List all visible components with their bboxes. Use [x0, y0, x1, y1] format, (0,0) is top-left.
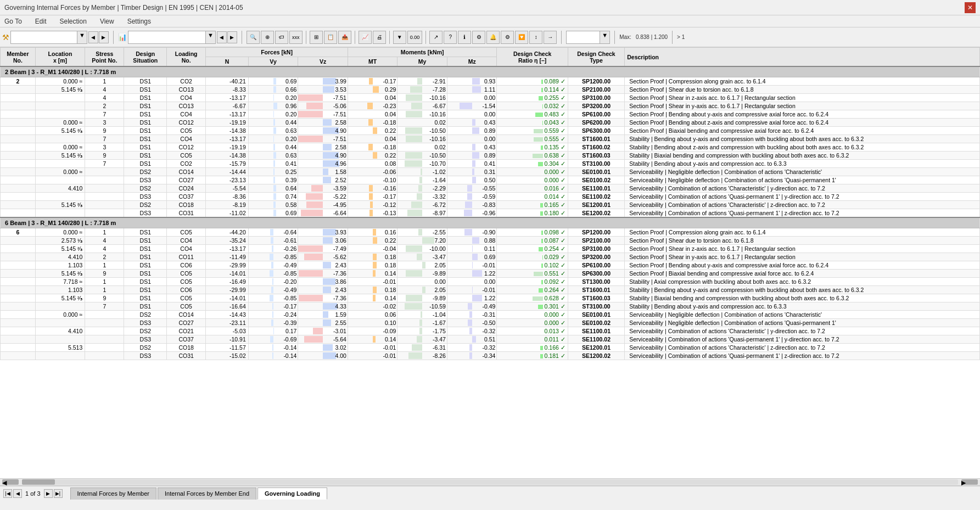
cell-Vy: -0.20 — [248, 278, 298, 286]
cell-Vz: 4.90 — [298, 127, 348, 135]
menu-edit[interactable]: Edit — [33, 17, 49, 26]
filter-btn[interactable]: 🔽 — [515, 31, 528, 44]
module-arrow[interactable]: ▼ — [77, 31, 87, 43]
cell-Mz: 0.43 — [447, 143, 497, 152]
module-prev[interactable]: ◀ — [88, 31, 98, 43]
results-input[interactable]: Governing Results — [128, 31, 205, 43]
cell-type: SP2100.00 — [568, 237, 624, 245]
alert-btn[interactable]: 🔔 — [486, 31, 500, 44]
module-dropdown[interactable]: Timber Design ▼ — [10, 31, 87, 44]
results-dropdown[interactable]: Governing Results ▼ — [128, 31, 216, 44]
help-btn[interactable]: ? — [444, 31, 457, 44]
cell-My: -8.97 — [397, 209, 447, 218]
print-btn[interactable]: 🖨 — [373, 31, 386, 44]
table-row: 7DS1CO2-15.790.414.960.08-10.700.410.304… — [1, 160, 980, 168]
cell-location — [35, 176, 85, 184]
cell-type: SE1200.01 — [568, 201, 624, 209]
results-arrow[interactable]: ▼ — [205, 31, 215, 43]
filter-down-btn[interactable]: ▼ — [393, 31, 406, 44]
cell-ratio: 0.043 ✓ — [497, 119, 568, 127]
none-arrow[interactable]: ▼ — [600, 31, 609, 43]
cell-loading: CO4 — [167, 110, 206, 119]
cell-My: 0.02 — [397, 119, 447, 127]
table-row: 4.410DS2CO21-5.030.17-3.01-0.09-1.75-0.3… — [1, 327, 980, 335]
tab-next-btn[interactable]: ▶ — [44, 489, 53, 498]
results-prev[interactable]: ◀ — [217, 31, 227, 43]
cell-type: ST1600.01 — [568, 135, 624, 143]
cell-MT: 0.04 — [348, 110, 397, 119]
table-btn[interactable]: 📋 — [324, 31, 337, 44]
cell-ratio: 0.098 ✓ — [497, 228, 568, 237]
module-input[interactable]: Timber Design — [11, 31, 77, 43]
cell-stress: 1 — [85, 278, 124, 286]
cell-stress — [85, 168, 124, 176]
cell-member — [1, 335, 36, 344]
tab-internal-forces-by-member[interactable]: Internal Forces by Member — [70, 487, 156, 500]
horizontal-scrollbar[interactable]: ◀ ▶ — [0, 478, 980, 486]
cell-Mz: -0.32 — [447, 327, 497, 335]
table-row: 7DS1CO4-13.170.20-7.510.04-10.160.000.55… — [1, 135, 980, 143]
module-next[interactable]: ▶ — [99, 31, 109, 43]
results-next[interactable]: ▶ — [227, 31, 237, 43]
sep8 — [614, 31, 615, 44]
cell-Vy: -0.64 — [248, 228, 298, 237]
cell-location — [35, 110, 85, 119]
cell-Vy: 0.44 — [248, 143, 298, 152]
cell-My: -9.89 — [397, 270, 447, 278]
cell-stress: 3 — [85, 143, 124, 152]
scroll-right-btn[interactable]: ▶ — [961, 479, 978, 485]
config-btn[interactable]: ⚙ — [501, 31, 514, 44]
pointer-btn[interactable]: ↗ — [429, 31, 443, 44]
menu-settings[interactable]: Settings — [125, 17, 153, 26]
cell-MT: -0.17 — [348, 77, 397, 86]
grid-btn[interactable]: ⊞ — [310, 31, 323, 44]
cell-design: DS1 — [124, 294, 167, 302]
tab-last-btn[interactable]: ▶| — [54, 489, 63, 498]
cell-design: DS1 — [124, 286, 167, 294]
close-button[interactable]: ✕ — [965, 2, 976, 13]
chart-btn[interactable]: 📈 — [359, 31, 372, 44]
cell-location: 5.513 — [35, 344, 85, 352]
menu-selection[interactable]: Selection — [58, 17, 89, 26]
cell-Vz: 4.96 — [298, 160, 348, 168]
arrow-right-btn[interactable]: → — [544, 31, 557, 44]
col-Mz: Mz — [447, 57, 497, 67]
cell-loading: CO13 — [167, 102, 206, 110]
cell-type: SP3200.00 — [568, 102, 624, 110]
cell-Vz: -3.01 — [298, 327, 348, 335]
cell-Vz: -7.51 — [298, 135, 348, 143]
cell-MT: -0.23 — [348, 102, 397, 110]
scroll-left-btn[interactable]: ◀ — [2, 479, 19, 485]
tab-prev-btn[interactable]: ◀ — [13, 489, 22, 498]
scroll-thumb[interactable] — [22, 479, 55, 485]
none-dropdown[interactable]: None ▼ — [566, 31, 610, 44]
tab-first-btn[interactable]: |◀ — [3, 489, 12, 498]
info-btn[interactable]: ℹ — [458, 31, 471, 44]
tab-governing-loading[interactable]: Governing Loading — [257, 487, 327, 500]
cell-member — [1, 270, 36, 278]
scroll-track[interactable] — [22, 479, 958, 485]
select-btn[interactable]: ⊕ — [261, 31, 274, 44]
cell-type: SE1200.02 — [568, 209, 624, 218]
export-btn[interactable]: 📤 — [338, 31, 351, 44]
menu-view[interactable]: View — [98, 17, 116, 26]
cell-My: -10.50 — [397, 127, 447, 135]
col-desc: Description — [625, 48, 980, 67]
settings2-btn[interactable]: ⚙ — [472, 31, 485, 44]
zoom-btn[interactable]: 🔍 — [247, 31, 260, 44]
table-row: 1.1031DS1CO6-29.99-0.492.430.182.05-0.01… — [1, 286, 980, 294]
menu-goto[interactable]: Go To — [2, 17, 24, 26]
label-btn[interactable]: 🏷 — [275, 31, 288, 44]
none-input[interactable]: None — [567, 31, 600, 43]
sort-btn[interactable]: ↕ — [529, 31, 542, 44]
tab-internal-forces-by-member-end[interactable]: Internal Forces by Member End — [158, 487, 256, 500]
cell-MT: -0.12 — [348, 201, 397, 209]
cell-ratio: 0.135 ✓ — [497, 143, 568, 152]
cell-N: -23.11 — [206, 319, 249, 327]
value-btn[interactable]: xxx — [289, 31, 303, 44]
cell-location: 0.000 ≈ — [35, 77, 85, 86]
cell-Vz: 3.93 — [298, 228, 348, 237]
cell-Mz: -0.01 — [447, 261, 497, 270]
value-zero-btn[interactable]: 0.00 — [407, 31, 423, 44]
main-content[interactable]: MemberNo. Locationx [m] StressPoint No. … — [0, 47, 980, 478]
